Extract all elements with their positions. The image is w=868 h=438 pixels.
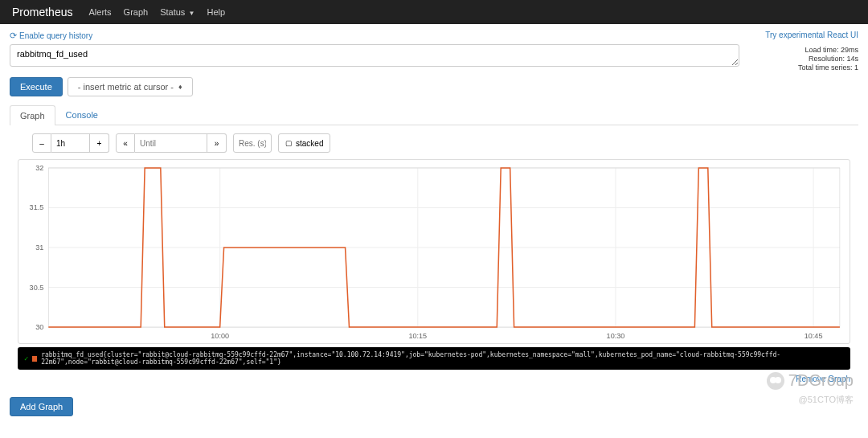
wechat-icon [767,372,784,390]
svg-text:10:30: 10:30 [607,332,625,340]
add-graph-button[interactable]: Add Graph [10,397,73,416]
nav-help[interactable]: Help [207,7,226,17]
legend[interactable]: ✓ rabbitmq_fd_used{cluster="rabbit@cloud… [18,347,850,370]
execute-button[interactable]: Execute [10,77,63,96]
watermark: 7DGroup @51CTO博客 [767,371,854,406]
range-increase[interactable]: + [90,133,109,153]
tabs: Graph Console [10,104,858,125]
range-input[interactable] [51,133,90,153]
svg-text:10:45: 10:45 [805,332,823,340]
nav-alerts[interactable]: Alerts [88,7,111,17]
tab-console[interactable]: Console [55,104,108,125]
query-input[interactable]: rabbitmq_fd_used [10,44,739,67]
updown-icon: ♦ [178,83,182,91]
resolution-input[interactable] [233,133,272,153]
navbar: Prometheus Alerts Graph Status ▼ Help [0,0,868,24]
nav-status[interactable]: Status ▼ [160,7,194,17]
time-forward[interactable]: » [207,133,227,153]
svg-text:10:15: 10:15 [408,332,427,340]
tab-graph[interactable]: Graph [10,105,55,125]
svg-text:30: 30 [35,323,43,331]
time-back[interactable]: « [116,133,135,153]
until-input[interactable] [135,133,207,153]
query-stats: Load time: 29ms Resolution: 14s Total ti… [746,44,858,72]
svg-text:32: 32 [35,164,43,172]
resolution: Resolution: 14s [746,55,858,63]
brand: Prometheus [12,6,72,18]
range-decrease[interactable]: – [32,133,51,153]
svg-text:30.5: 30.5 [30,284,44,292]
load-time: Load time: 29ms [746,46,858,54]
unstacked-icon: ▢ [285,139,293,147]
svg-text:10:00: 10:00 [211,332,229,340]
legend-text: rabbitmq_fd_used{cluster="rabbit@cloud-r… [41,351,844,366]
chart-svg: 3030.53131.53210:0010:1510:3010:45 [20,162,848,342]
chevron-down-icon: ▼ [186,10,194,17]
stacked-toggle[interactable]: ▢ stacked [278,133,330,153]
nav-graph[interactable]: Graph [124,7,149,17]
svg-text:31: 31 [35,244,43,252]
metric-dropdown[interactable]: - insert metric at cursor - ♦ [68,77,193,96]
svg-text:31.5: 31.5 [30,204,44,212]
chart[interactable]: 3030.53131.53210:0010:1510:3010:45 [18,159,850,344]
graph-controls: – + « » ▢ stacked [32,133,858,153]
enable-query-history[interactable]: Enable query history [10,31,92,41]
try-react-ui[interactable]: Try experimental React UI [765,31,858,39]
series-count: Total time series: 1 [746,63,858,72]
series-swatch [32,356,37,362]
check-icon: ✓ [24,354,28,362]
